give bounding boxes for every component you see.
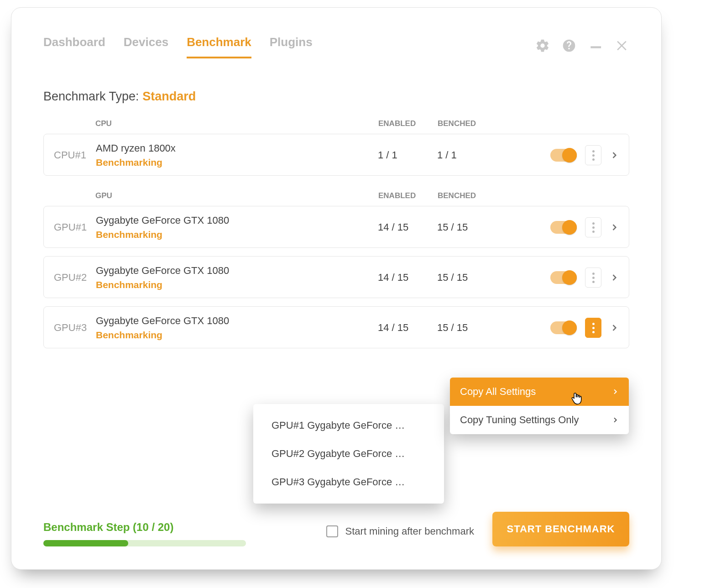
device-benched: 15 / 15 — [437, 272, 496, 284]
device-benched: 15 / 15 — [437, 221, 496, 233]
chevron-right-icon — [611, 416, 619, 424]
device-benched: 15 / 15 — [437, 322, 496, 334]
device-enabled: 14 / 15 — [378, 221, 437, 233]
col-heading-enabled: ENABLED — [378, 119, 438, 128]
col-heading-enabled: ENABLED — [378, 191, 438, 200]
device-row-gpu3: GPU#3 Gygabyte GeForce GTX 1080 Benchmar… — [43, 306, 629, 348]
benchmark-progress: Benchmark Step (10 / 20) — [43, 521, 246, 546]
start-mining-label: Start mining after benchmark — [345, 525, 474, 537]
copy-target-gpu2[interactable]: GPU#2 Gygabyte GeForce … — [253, 440, 444, 468]
section-heading-gpu: GPU ENABLED BENCHED — [43, 191, 629, 206]
copy-target-gpu1[interactable]: GPU#1 Gygabyte GeForce … — [253, 411, 444, 440]
col-heading-device: GPU — [95, 191, 378, 200]
progress-fill — [43, 540, 128, 546]
footer: Benchmark Step (10 / 20) Start mining af… — [43, 507, 629, 546]
device-benched: 1 / 1 — [437, 149, 496, 161]
device-enabled: 1 / 1 — [378, 149, 437, 161]
device-menu-button[interactable] — [585, 318, 601, 338]
device-menu-button[interactable] — [585, 145, 601, 165]
copy-target-menu: GPU#1 Gygabyte GeForce … GPU#2 Gygabyte … — [253, 404, 444, 504]
tab-dashboard[interactable]: Dashboard — [43, 32, 105, 58]
device-id: GPU#2 — [54, 272, 96, 284]
section-heading-cpu: CPU ENABLED BENCHED — [43, 119, 629, 134]
device-toggle[interactable] — [550, 149, 577, 162]
device-menu-button[interactable] — [585, 217, 601, 237]
device-enabled: 14 / 15 — [378, 272, 437, 284]
benchmark-type: Benchmark Type: Standard — [43, 89, 629, 104]
chevron-right-icon[interactable] — [610, 273, 619, 282]
chevron-right-icon — [611, 388, 619, 395]
start-benchmark-button[interactable]: START BENCHMARK — [492, 512, 629, 546]
progress-track — [43, 540, 246, 546]
copy-settings-menu: Copy All Settings Copy Tuning Settings O… — [450, 378, 629, 434]
device-toggle[interactable] — [550, 271, 577, 284]
device-name: Gygabyte GeForce GTX 1080 — [96, 265, 378, 277]
minimize-icon[interactable]: ‒ — [588, 38, 603, 53]
start-mining-checkbox[interactable] — [326, 525, 338, 537]
window-controls: ‒ — [535, 38, 629, 53]
section-cpu: CPU ENABLED BENCHED CPU#1 AMD ryzen 1800… — [43, 119, 629, 176]
chevron-right-icon[interactable] — [610, 151, 619, 160]
col-heading-benched: BENCHED — [438, 119, 496, 128]
app-window: Dashboard Devices Benchmark Plugins ‒ Be… — [11, 7, 662, 570]
tab-plugins[interactable]: Plugins — [270, 32, 313, 58]
start-mining-option: Start mining after benchmark — [326, 516, 474, 537]
device-name: AMD ryzen 1800x — [96, 142, 378, 154]
device-row-gpu2: GPU#2 Gygabyte GeForce GTX 1080 Benchmar… — [43, 256, 629, 298]
chevron-right-icon[interactable] — [610, 223, 619, 232]
device-row-cpu1: CPU#1 AMD ryzen 1800x Benchmarking 1 / 1… — [43, 134, 629, 176]
device-id: GPU#1 — [54, 221, 96, 233]
copy-target-gpu3[interactable]: GPU#3 Gygabyte GeForce … — [253, 468, 444, 496]
progress-label: Benchmark Step (10 / 20) — [43, 521, 246, 534]
device-status: Benchmarking — [96, 157, 378, 168]
col-heading-benched: BENCHED — [438, 191, 496, 200]
nav-tabs: Dashboard Devices Benchmark Plugins — [43, 32, 313, 58]
device-status: Benchmarking — [96, 229, 378, 240]
device-menu-button[interactable] — [585, 268, 601, 288]
benchmark-type-label: Benchmark Type: — [43, 89, 139, 103]
close-icon[interactable] — [615, 38, 629, 53]
device-id: CPU#1 — [54, 149, 96, 161]
tab-benchmark[interactable]: Benchmark — [187, 32, 251, 58]
menu-item-label: Copy All Settings — [460, 386, 536, 398]
benchmark-type-value: Standard — [142, 89, 196, 103]
device-name: Gygabyte GeForce GTX 1080 — [96, 315, 378, 327]
device-row-gpu1: GPU#1 Gygabyte GeForce GTX 1080 Benchmar… — [43, 206, 629, 248]
section-gpu: GPU ENABLED BENCHED GPU#1 Gygabyte GeFor… — [43, 191, 629, 348]
device-id: GPU#3 — [54, 322, 96, 334]
device-status: Benchmarking — [96, 330, 378, 341]
chevron-right-icon[interactable] — [610, 323, 619, 332]
device-enabled: 14 / 15 — [378, 322, 437, 334]
copy-tuning-only[interactable]: Copy Tuning Settings Only — [450, 406, 629, 434]
help-icon[interactable] — [562, 38, 576, 53]
col-heading-device: CPU — [95, 119, 378, 128]
device-toggle[interactable] — [550, 321, 577, 334]
copy-all-settings[interactable]: Copy All Settings — [450, 378, 629, 406]
device-status: Benchmarking — [96, 279, 378, 290]
gear-icon[interactable] — [535, 38, 550, 53]
nav-row: Dashboard Devices Benchmark Plugins ‒ — [43, 32, 629, 58]
menu-item-label: Copy Tuning Settings Only — [460, 414, 579, 426]
tab-devices[interactable]: Devices — [124, 32, 168, 58]
device-toggle[interactable] — [550, 221, 577, 234]
device-name: Gygabyte GeForce GTX 1080 — [96, 215, 378, 226]
